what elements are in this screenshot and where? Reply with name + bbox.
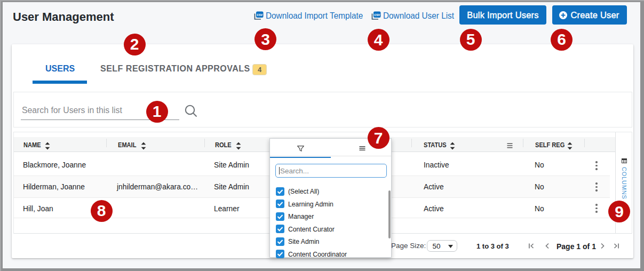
svg-text:csv: csv (374, 12, 380, 16)
svg-text:csv: csv (257, 12, 263, 16)
